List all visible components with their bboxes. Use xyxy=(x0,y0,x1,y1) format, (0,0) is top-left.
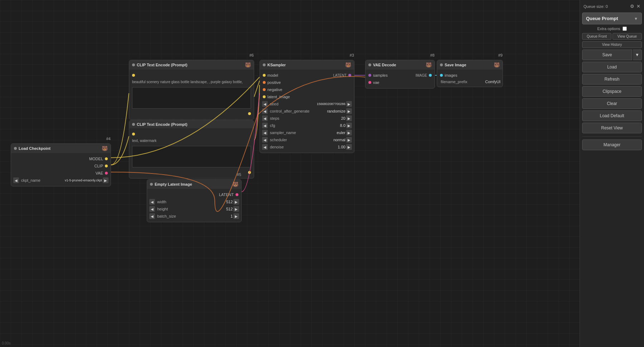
ckpt-next-btn[interactable]: ▶ xyxy=(103,177,108,183)
filename-prefix-label: filename_prefix xyxy=(439,80,478,84)
width-next-btn[interactable]: ▶ xyxy=(233,199,239,205)
queue-prompt-label: Queue Prompt xyxy=(586,16,618,21)
node-dot xyxy=(14,147,17,150)
node-badge-8: 🐻 xyxy=(426,62,432,68)
ksampler-latent-out-label: LATENT xyxy=(333,73,347,77)
port-ksampler-positive xyxy=(263,81,266,84)
node-header-clip1: CLIP Text Encode (Prompt) 🐻 xyxy=(129,60,254,70)
extra-options-checkbox[interactable] xyxy=(623,27,627,31)
node-badge-5: 🐻 xyxy=(232,181,238,187)
cfg-next-btn[interactable]: ▶ xyxy=(346,123,352,128)
width-prev-btn[interactable]: ◀ xyxy=(149,199,155,205)
port-clip xyxy=(105,165,108,167)
ckpt-label: ckpt_name xyxy=(20,178,62,182)
ksampler-scheduler-row: ◀ scheduler normal ▶ xyxy=(260,136,354,143)
node-clip-text-1: #6 CLIP Text Encode (Prompt) 🐻 beautiful… xyxy=(129,60,254,120)
denoise-prev-btn[interactable]: ◀ xyxy=(262,144,268,150)
node-title-ksampler: KSampler xyxy=(267,63,286,67)
queue-size-label: Queue size: 0 xyxy=(584,4,608,9)
node-body-clip2: text, watermark xyxy=(129,128,254,178)
view-history-button[interactable]: View History xyxy=(582,41,642,48)
batch-label: batch_size xyxy=(156,214,210,218)
node-dot-clip1 xyxy=(132,63,135,66)
port-model xyxy=(105,157,108,160)
node-id-4: #4 xyxy=(106,137,111,141)
vae-image-out-label: IMAGE xyxy=(416,73,427,77)
denoise-next-btn[interactable]: ▶ xyxy=(346,144,352,150)
batch-next-btn[interactable]: ▶ xyxy=(233,213,239,219)
port-vae-samples xyxy=(368,74,371,77)
node-title-save-image: Save Image xyxy=(445,63,466,67)
height-prev-btn[interactable]: ◀ xyxy=(149,206,155,212)
seed-next-btn[interactable]: ▶ xyxy=(346,101,352,107)
control-next-btn[interactable]: ▶ xyxy=(346,108,352,114)
steps-next-btn[interactable]: ▶ xyxy=(346,115,352,121)
node-dot-empty-latent xyxy=(150,183,153,186)
clipspace-button[interactable]: Clipspace xyxy=(582,86,642,97)
scheduler-label: scheduler xyxy=(268,138,323,142)
save-arrow-button[interactable]: ▼ xyxy=(633,49,642,60)
filename-prefix-value: ComfyUI xyxy=(479,80,500,84)
refresh-button[interactable]: Refresh xyxy=(582,74,642,85)
latent-output-port: LATENT xyxy=(147,191,241,198)
node-title-vae-decode: VAE Decode xyxy=(373,63,396,67)
port-clip2-in xyxy=(132,133,135,136)
steps-prev-btn[interactable]: ◀ xyxy=(262,115,268,121)
control-prev-btn[interactable]: ◀ xyxy=(262,108,268,114)
sampler-next-btn[interactable]: ▶ xyxy=(346,130,352,136)
control-value: randomize xyxy=(324,109,345,113)
ckpt-prev-btn[interactable]: ◀ xyxy=(13,177,19,183)
node-header-empty-latent: Empty Latent Image 🐻 xyxy=(147,180,241,189)
queue-prompt-button[interactable]: Queue Prompt ▼ xyxy=(582,13,642,24)
view-queue-button[interactable]: View Queue xyxy=(612,33,642,40)
port-ksampler-model xyxy=(263,74,266,77)
panel-header: Queue size: 0 ⚙ ✕ xyxy=(582,3,642,10)
node-body-load-checkpoint: MODEL CLIP VAE ◀ ckpt_name v1-5-pruned-e… xyxy=(11,153,111,186)
node-badge-3: 🐻 xyxy=(345,62,351,68)
save-button[interactable]: Save xyxy=(582,49,632,60)
batch-prev-btn[interactable]: ◀ xyxy=(149,213,155,219)
node-output-clip: CLIP xyxy=(11,162,111,170)
load-button[interactable]: Load xyxy=(582,62,642,72)
node-body-save-image: images filename_prefix ComfyUI xyxy=(437,70,503,87)
cfg-prev-btn[interactable]: ◀ xyxy=(262,123,268,128)
scheduler-next-btn[interactable]: ▶ xyxy=(346,137,352,143)
node-body-clip1: beautiful scenery nature glass bottle la… xyxy=(129,70,254,119)
reset-view-button[interactable]: Reset View xyxy=(582,123,642,133)
queue-front-button[interactable]: Queue Front xyxy=(582,33,611,40)
sampler-prev-btn[interactable]: ◀ xyxy=(262,130,268,136)
node-header-clip2: CLIP Text Encode (Prompt) xyxy=(129,120,254,128)
node-output-model: MODEL xyxy=(11,155,111,162)
vae-decode-samples-port: samples IMAGE xyxy=(365,72,435,79)
port-vae-vae xyxy=(368,81,371,84)
node-load-checkpoint: #4 Load Checkpoint 🐻 MODEL CLIP VAE ◀ ck… xyxy=(11,143,111,186)
ksampler-negative-label: negative xyxy=(267,87,282,92)
width-label: width xyxy=(156,200,210,204)
height-next-btn[interactable]: ▶ xyxy=(233,206,239,212)
control-label: control_after_generate xyxy=(268,109,323,113)
close-icon-btn[interactable]: ✕ xyxy=(636,4,640,9)
node-header-ksampler: KSampler 🐻 xyxy=(260,60,354,70)
ckpt-value: v1-5-pruned-emaonly.ckpt xyxy=(63,179,102,182)
clear-button[interactable]: Clear xyxy=(582,98,642,109)
node-output-vae: VAE xyxy=(11,170,111,177)
ksampler-positive-port: positive xyxy=(260,79,354,86)
latent-width-row: ◀ width 512 ▶ xyxy=(147,198,241,205)
canvas: #4 Load Checkpoint 🐻 MODEL CLIP VAE ◀ ck… xyxy=(0,0,644,347)
settings-icon-btn[interactable]: ⚙ xyxy=(630,4,634,9)
load-default-button[interactable]: Load Default xyxy=(582,110,642,121)
node-id-9: #9 xyxy=(498,53,503,57)
node-ksampler: #3 KSampler 🐻 model LATENT positive nega… xyxy=(260,60,354,153)
scheduler-prev-btn[interactable]: ◀ xyxy=(262,137,268,143)
steps-value: 20 xyxy=(324,116,345,120)
latent-batch-row: ◀ batch_size 1 ▶ xyxy=(147,213,241,220)
timestamp: 0.00s xyxy=(2,341,10,345)
seed-prev-btn[interactable]: ◀ xyxy=(262,101,268,107)
save-image-port: images xyxy=(437,72,503,79)
save-images-label: images xyxy=(445,73,457,77)
clip2-port-right xyxy=(129,169,254,176)
clip1-port-left xyxy=(129,72,254,79)
manager-button[interactable]: Manager xyxy=(582,139,642,150)
port-label-clip: CLIP xyxy=(95,164,103,168)
node-badge-4: 🐻 xyxy=(102,146,108,151)
